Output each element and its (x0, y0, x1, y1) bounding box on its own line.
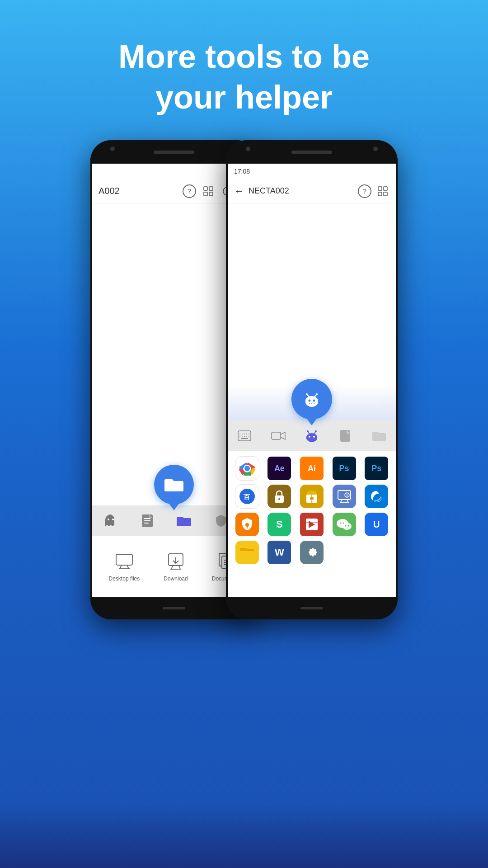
svg-point-7 (112, 519, 114, 520)
app-baidu[interactable]: 百 (232, 485, 262, 508)
download-icon (165, 551, 186, 572)
keyboard-svg (238, 430, 251, 441)
svg-point-41 (311, 403, 312, 404)
svg-line-77 (341, 500, 342, 502)
app-edge[interactable] (361, 485, 391, 508)
left-app-title: A002 (99, 186, 177, 196)
desktop-files-item[interactable]: Desktop files (109, 551, 140, 582)
desktop-label: Desktop files (109, 576, 140, 582)
file-svg (141, 514, 154, 528)
file-toolbar-svg (339, 429, 351, 443)
svg-rect-9 (144, 518, 150, 519)
svg-rect-76 (338, 491, 351, 500)
app-remote[interactable] (329, 485, 359, 508)
svg-point-42 (314, 403, 314, 404)
svg-rect-10 (144, 520, 150, 521)
grid-svg (203, 186, 213, 196)
app-secure[interactable] (265, 485, 295, 508)
right-time: 17:08 (234, 168, 250, 175)
app-ai[interactable]: Ai (297, 457, 327, 480)
wechat-icon (336, 517, 352, 532)
left-bubble[interactable] (154, 465, 194, 505)
toolbar-keyboard[interactable] (233, 425, 256, 447)
app-filemanager[interactable] (232, 541, 262, 564)
app-chrome[interactable] (232, 457, 262, 480)
phones-container: 🔋 51% A002 ? (0, 118, 488, 619)
svg-line-14 (120, 565, 122, 569)
hero-section: More tools to be your helper (0, 0, 488, 118)
svg-point-72 (278, 498, 280, 500)
settings-gear-icon (305, 545, 319, 560)
app-wechat[interactable] (329, 513, 359, 536)
svg-point-58 (309, 436, 310, 438)
app-keystore[interactable] (297, 485, 327, 508)
android-bubble-icon (301, 389, 323, 410)
right-app-title: NECTA002 (249, 186, 353, 196)
svg-rect-11 (144, 523, 149, 524)
svg-rect-28 (384, 187, 387, 190)
vpn-icon (241, 517, 253, 532)
svg-rect-13 (116, 554, 132, 565)
svg-point-91 (345, 525, 346, 527)
app-ps1[interactable]: Ps (329, 457, 359, 480)
toolbar-folder-active[interactable] (173, 509, 195, 532)
app-media[interactable] (297, 513, 327, 536)
svg-point-68 (244, 466, 250, 471)
svg-rect-3 (209, 192, 213, 196)
toolbar-folder2[interactable] (368, 425, 390, 447)
folder-toolbar-svg (372, 430, 386, 442)
toolbar-android-active[interactable] (300, 425, 323, 447)
app-ubank[interactable]: U (361, 513, 391, 536)
toolbar-video[interactable] (267, 425, 290, 447)
right-app-bar: ← NECTA002 ? (228, 179, 396, 203)
toolbar-file2[interactable] (334, 425, 357, 447)
svg-rect-30 (384, 192, 387, 196)
svg-point-90 (343, 523, 344, 524)
help-icon[interactable]: ? (183, 184, 196, 198)
desktop-icon (114, 551, 135, 572)
svg-point-6 (108, 519, 109, 520)
desktop-svg (115, 553, 133, 570)
hero-line1: More tools to be (118, 38, 370, 75)
media-icon (305, 518, 319, 531)
back-button[interactable]: ← (234, 185, 244, 197)
download-item[interactable]: Download (164, 551, 188, 582)
svg-point-63 (315, 430, 317, 432)
right-phone: 17:08 ← NECTA002 ? (226, 140, 398, 619)
edge-icon (369, 489, 384, 504)
download-svg (168, 553, 184, 570)
app-vpn[interactable] (232, 513, 262, 536)
svg-point-89 (340, 523, 341, 524)
grid-icon[interactable] (202, 184, 215, 198)
app-ps2[interactable]: Ps (361, 457, 391, 480)
svg-rect-64 (340, 430, 350, 442)
ai-label: Ai (308, 464, 316, 473)
video-svg (271, 430, 286, 441)
folder-bubble-icon (164, 476, 184, 493)
app-word[interactable]: W (265, 541, 295, 564)
svg-rect-1 (209, 187, 213, 190)
lock-icon (273, 489, 286, 504)
bottom-gradient (0, 805, 488, 868)
right-bubble[interactable] (291, 379, 332, 420)
app-settings[interactable] (297, 541, 327, 564)
svg-rect-55 (272, 432, 281, 439)
svg-point-40 (309, 403, 310, 404)
svg-point-62 (307, 430, 309, 432)
filemanager-icon (240, 546, 254, 559)
svg-point-88 (343, 523, 352, 530)
app-surfshark[interactable]: S (265, 513, 295, 536)
svg-rect-75 (310, 497, 314, 500)
right-help-icon[interactable]: ? (358, 184, 371, 198)
toolbar-file[interactable] (136, 509, 159, 532)
right-phone-screen: 17:08 ← NECTA002 ? (228, 164, 396, 597)
right-grid-icon[interactable] (376, 184, 389, 198)
svg-point-92 (347, 525, 349, 527)
svg-point-35 (313, 400, 315, 402)
ghost-svg (104, 514, 117, 528)
right-status-bar: 17:08 (228, 164, 396, 179)
toolbar-ghost[interactable] (99, 509, 122, 532)
remote-icon (337, 490, 352, 503)
svg-rect-27 (378, 187, 382, 190)
app-ae[interactable]: Ae (265, 457, 295, 480)
